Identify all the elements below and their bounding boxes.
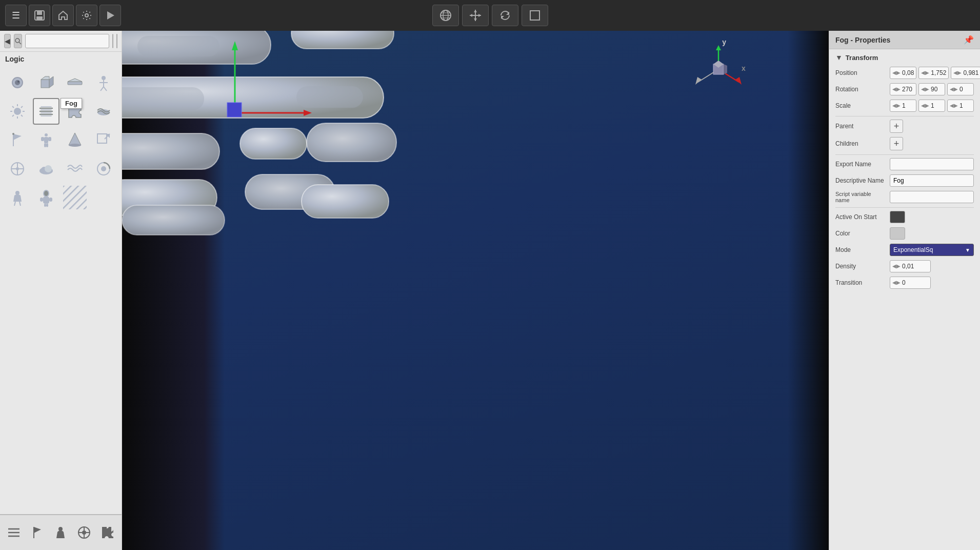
svg-point-57	[12, 133, 14, 135]
children-label: Children	[835, 140, 887, 147]
script-variable-input[interactable]	[890, 191, 974, 203]
svg-point-80	[15, 191, 19, 195]
svg-line-44	[21, 115, 23, 116]
icon-character[interactable]	[90, 69, 117, 96]
svg-rect-87	[49, 198, 52, 202]
export-name-label: Export Name	[835, 161, 887, 168]
icon-figure[interactable]	[33, 127, 59, 153]
bottom-icon-person[interactable]	[51, 521, 71, 544]
svg-point-84	[44, 191, 48, 196]
svg-rect-86	[40, 198, 43, 202]
transition-field[interactable]: ◀▶ 0	[890, 277, 931, 289]
icon-waves[interactable]	[62, 155, 88, 182]
canvas-area[interactable]: y x	[122, 31, 829, 550]
main-area: ◀ Logic	[0, 31, 980, 550]
transition-row: Transition ◀▶ 0	[835, 277, 974, 289]
panel-collapse-button[interactable]: ◀	[4, 34, 11, 48]
svg-rect-2	[36, 16, 43, 19]
white-color-btn[interactable]	[112, 34, 113, 48]
transition-value: 0	[902, 279, 906, 286]
rotation-x-arrows: ◀▶	[892, 87, 901, 92]
scale-z-field[interactable]: ◀▶ 1	[947, 100, 974, 112]
icon-plane[interactable]	[62, 69, 88, 96]
crop-button[interactable]	[522, 5, 548, 26]
menu-button[interactable]: ☰	[5, 5, 27, 26]
icon-cloud[interactable]	[33, 155, 59, 182]
icon-flag[interactable]	[4, 127, 31, 153]
icon-astronaut[interactable]	[33, 184, 59, 211]
rotation-z-arrows: ◀▶	[950, 87, 958, 92]
svg-marker-32	[68, 78, 82, 82]
transform-label: Transform	[846, 54, 878, 62]
rotation-y-arrows: ◀▶	[921, 87, 929, 92]
bottom-icon-flag[interactable]	[28, 521, 47, 544]
icon-cube[interactable]	[33, 69, 59, 96]
svg-point-70	[16, 167, 19, 170]
home-button[interactable]	[52, 5, 74, 26]
search-input[interactable]	[25, 34, 109, 48]
save-button[interactable]	[29, 5, 50, 26]
export-name-input[interactable]	[890, 158, 974, 170]
descriptive-name-input[interactable]	[890, 174, 974, 187]
rotation-label: Rotation	[835, 86, 887, 93]
globe-button[interactable]	[432, 5, 459, 26]
script-variable-label: Script variable name	[835, 191, 887, 203]
svg-point-79	[101, 166, 106, 171]
bottom-icon-lines[interactable]	[4, 521, 24, 544]
settings-button[interactable]	[76, 5, 97, 26]
transition-label: Transition	[835, 279, 887, 286]
svg-marker-64	[69, 133, 81, 145]
svg-rect-1	[37, 11, 42, 15]
svg-line-24	[19, 42, 21, 44]
rotation-x-value: 270	[902, 86, 912, 93]
scale-y-arrows: ◀▶	[921, 103, 929, 108]
icon-external[interactable]	[90, 127, 117, 153]
icon-cone[interactable]	[62, 127, 88, 153]
pin-icon[interactable]: 📌	[964, 35, 974, 45]
dark-color-btn[interactable]	[116, 34, 117, 48]
logic-section-label: Logic	[0, 52, 122, 65]
children-add-button[interactable]: +	[890, 137, 903, 150]
icon-stripe[interactable]	[62, 184, 88, 211]
density-field[interactable]: ◀▶ 0,01	[890, 260, 931, 272]
svg-rect-88	[44, 204, 46, 207]
rotation-y-field[interactable]: ◀▶ 90	[918, 83, 945, 95]
rotation-x-field[interactable]: ◀▶ 270	[890, 83, 916, 95]
navigation-widget[interactable]: x	[690, 41, 747, 97]
svg-rect-126	[137, 36, 219, 56]
parent-add-button[interactable]: +	[890, 120, 903, 133]
icon-circle-r[interactable]	[90, 155, 117, 182]
mode-dropdown[interactable]: ExponentialSq ▼	[890, 244, 974, 256]
svg-rect-28	[41, 80, 49, 88]
properties-title: Fog - Properties	[835, 36, 890, 44]
position-y-value: 1,752	[931, 69, 946, 76]
rotate-button[interactable]	[492, 5, 518, 26]
icon-fan[interactable]	[4, 155, 31, 182]
position-label: Position	[835, 69, 887, 76]
bottom-icon-wheel[interactable]	[74, 521, 94, 544]
position-y-field[interactable]: ◀▶ 1,752	[918, 67, 949, 79]
position-z-field[interactable]: ◀▶ 0,981	[951, 67, 980, 79]
color-swatch[interactable]	[890, 227, 905, 240]
icon-water[interactable]	[90, 98, 117, 125]
icon-fog[interactable]: Fog	[33, 98, 59, 125]
position-x-field[interactable]: ◀▶ 0,08	[890, 67, 916, 79]
bottom-icon-puzzle[interactable]	[98, 521, 117, 544]
svg-rect-89	[46, 204, 48, 207]
position-z-value: 0,981	[963, 69, 978, 76]
scale-row: Scale ◀▶ 1 ◀▶ 1 ◀▶ 1	[835, 100, 974, 112]
play-button[interactable]	[99, 5, 121, 26]
search-icon-button[interactable]	[14, 34, 22, 48]
rotation-z-field[interactable]: ◀▶ 0	[947, 83, 974, 95]
active-on-start-toggle[interactable]	[890, 211, 905, 223]
scale-y-value: 1	[931, 102, 934, 109]
icon-eye[interactable]	[4, 69, 31, 96]
density-arrows: ◀▶	[892, 264, 901, 269]
icon-sun[interactable]	[4, 98, 31, 125]
top-toolbar: ☰	[0, 0, 980, 31]
scale-y-field[interactable]: ◀▶ 1	[918, 100, 945, 112]
scale-x-field[interactable]: ◀▶ 1	[890, 100, 916, 112]
move-button[interactable]	[462, 5, 489, 26]
svg-rect-128	[296, 86, 363, 108]
icon-person[interactable]	[4, 184, 31, 211]
